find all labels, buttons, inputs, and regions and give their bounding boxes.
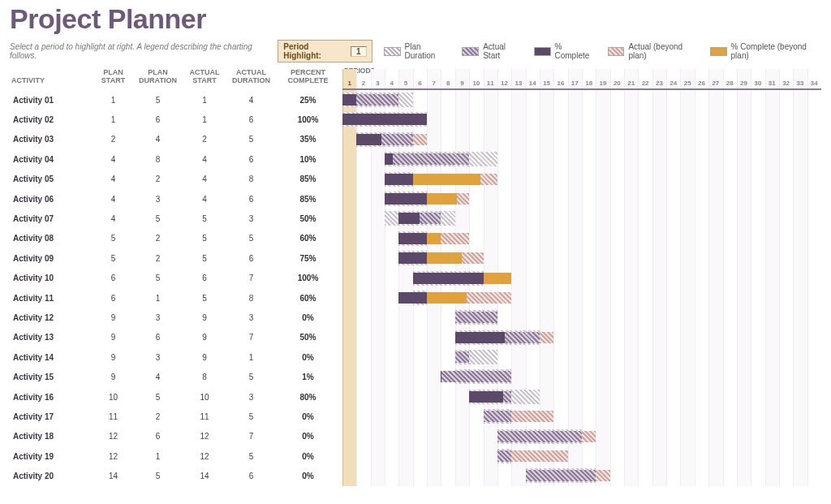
plan-dur-cell[interactable]: 5 — [136, 387, 180, 407]
plan-start-cell[interactable]: 4 — [91, 170, 136, 189]
pct-cell[interactable]: 75% — [273, 248, 342, 268]
pct-cell[interactable]: 60% — [273, 229, 342, 248]
pct-cell[interactable]: 0% — [273, 347, 342, 367]
actual-start-cell[interactable]: 5 — [180, 288, 229, 308]
actual-start-cell[interactable]: 2 — [180, 130, 229, 149]
plan-dur-cell[interactable]: 8 — [136, 149, 180, 169]
actual-dur-cell[interactable]: 6 — [229, 110, 273, 129]
activity-name[interactable]: Activity 10 — [10, 269, 91, 288]
plan-start-cell[interactable]: 11 — [91, 407, 136, 426]
pct-cell[interactable]: 0% — [273, 308, 342, 327]
period-highlight-box[interactable]: Period Highlight: 1 — [278, 40, 372, 62]
activity-name[interactable]: Activity 08 — [10, 229, 91, 248]
actual-start-cell[interactable]: 6 — [180, 269, 229, 288]
plan-start-cell[interactable]: 4 — [91, 189, 136, 209]
actual-dur-cell[interactable]: 5 — [229, 446, 273, 466]
plan-dur-cell[interactable]: 4 — [136, 130, 180, 149]
actual-dur-cell[interactable]: 6 — [229, 149, 273, 169]
pct-cell[interactable]: 80% — [273, 387, 342, 407]
actual-start-cell[interactable]: 4 — [180, 189, 229, 209]
pct-cell[interactable]: 0% — [273, 446, 342, 466]
activity-name[interactable]: Activity 11 — [10, 288, 91, 308]
plan-start-cell[interactable]: 14 — [91, 466, 136, 485]
actual-dur-cell[interactable]: 8 — [229, 288, 273, 308]
actual-start-cell[interactable]: 12 — [180, 446, 229, 466]
activity-name[interactable]: Activity 15 — [10, 367, 91, 386]
plan-dur-cell[interactable]: 6 — [136, 110, 180, 129]
actual-dur-cell[interactable]: 1 — [229, 347, 273, 367]
activity-name[interactable]: Activity 07 — [10, 209, 91, 228]
actual-start-cell[interactable]: 14 — [180, 466, 229, 485]
plan-start-cell[interactable]: 2 — [91, 130, 136, 149]
plan-dur-cell[interactable]: 2 — [136, 229, 180, 248]
activity-name[interactable]: Activity 18 — [10, 427, 91, 446]
actual-dur-cell[interactable]: 5 — [229, 229, 273, 248]
activity-name[interactable]: Activity 19 — [10, 446, 91, 466]
plan-start-cell[interactable]: 12 — [91, 446, 136, 466]
activity-name[interactable]: Activity 03 — [10, 130, 91, 149]
actual-dur-cell[interactable]: 6 — [229, 248, 273, 268]
actual-dur-cell[interactable]: 3 — [229, 387, 273, 407]
plan-dur-cell[interactable]: 3 — [136, 189, 180, 209]
plan-dur-cell[interactable]: 5 — [136, 209, 180, 228]
actual-start-cell[interactable]: 1 — [180, 110, 229, 129]
pct-cell[interactable]: 1% — [273, 367, 342, 386]
plan-start-cell[interactable]: 5 — [91, 229, 136, 248]
actual-dur-cell[interactable]: 5 — [229, 130, 273, 149]
actual-dur-cell[interactable]: 6 — [229, 466, 273, 485]
actual-start-cell[interactable]: 11 — [180, 407, 229, 426]
actual-start-cell[interactable]: 9 — [180, 328, 229, 347]
pct-cell[interactable]: 85% — [273, 189, 342, 209]
actual-start-cell[interactable]: 10 — [180, 387, 229, 407]
plan-start-cell[interactable]: 9 — [91, 367, 136, 386]
pct-cell[interactable]: 100% — [273, 110, 342, 129]
actual-dur-cell[interactable]: 6 — [229, 189, 273, 209]
actual-start-cell[interactable]: 1 — [180, 90, 229, 110]
pct-cell[interactable]: 100% — [273, 269, 342, 288]
plan-start-cell[interactable]: 9 — [91, 328, 136, 347]
actual-start-cell[interactable]: 8 — [180, 367, 229, 386]
plan-dur-cell[interactable]: 2 — [136, 170, 180, 189]
activity-name[interactable]: Activity 20 — [10, 466, 91, 485]
actual-start-cell[interactable]: 4 — [180, 170, 229, 189]
pct-cell[interactable]: 50% — [273, 209, 342, 228]
activity-name[interactable]: Activity 12 — [10, 308, 91, 327]
activity-name[interactable]: Activity 04 — [10, 149, 91, 169]
pct-cell[interactable]: 60% — [273, 288, 342, 308]
plan-start-cell[interactable]: 6 — [91, 269, 136, 288]
activity-name[interactable]: Activity 16 — [10, 387, 91, 407]
actual-start-cell[interactable]: 9 — [180, 308, 229, 327]
actual-start-cell[interactable]: 5 — [180, 248, 229, 268]
actual-dur-cell[interactable]: 3 — [229, 308, 273, 327]
plan-dur-cell[interactable]: 3 — [136, 347, 180, 367]
pct-cell[interactable]: 0% — [273, 466, 342, 485]
plan-dur-cell[interactable]: 2 — [136, 407, 180, 426]
pct-cell[interactable]: 10% — [273, 149, 342, 169]
pct-cell[interactable]: 0% — [273, 427, 342, 446]
activity-name[interactable]: Activity 02 — [10, 110, 91, 129]
plan-dur-cell[interactable]: 1 — [136, 288, 180, 308]
actual-start-cell[interactable]: 9 — [180, 347, 229, 367]
plan-start-cell[interactable]: 1 — [91, 90, 136, 110]
actual-dur-cell[interactable]: 7 — [229, 328, 273, 347]
actual-start-cell[interactable]: 12 — [180, 427, 229, 446]
actual-start-cell[interactable]: 5 — [180, 229, 229, 248]
pct-cell[interactable]: 0% — [273, 407, 342, 426]
actual-dur-cell[interactable]: 8 — [229, 170, 273, 189]
actual-start-cell[interactable]: 4 — [180, 149, 229, 169]
actual-start-cell[interactable]: 5 — [180, 209, 229, 228]
plan-dur-cell[interactable]: 1 — [136, 446, 180, 466]
plan-start-cell[interactable]: 10 — [91, 387, 136, 407]
actual-dur-cell[interactable]: 5 — [229, 367, 273, 386]
activity-name[interactable]: Activity 09 — [10, 248, 91, 268]
pct-cell[interactable]: 50% — [273, 328, 342, 347]
period-highlight-input[interactable]: 1 — [351, 46, 367, 57]
actual-dur-cell[interactable]: 7 — [229, 269, 273, 288]
activity-name[interactable]: Activity 17 — [10, 407, 91, 426]
plan-start-cell[interactable]: 1 — [91, 110, 136, 129]
plan-dur-cell[interactable]: 3 — [136, 308, 180, 327]
plan-start-cell[interactable]: 9 — [91, 308, 136, 327]
plan-start-cell[interactable]: 4 — [91, 209, 136, 228]
activity-name[interactable]: Activity 01 — [10, 90, 91, 110]
actual-dur-cell[interactable]: 7 — [229, 427, 273, 446]
